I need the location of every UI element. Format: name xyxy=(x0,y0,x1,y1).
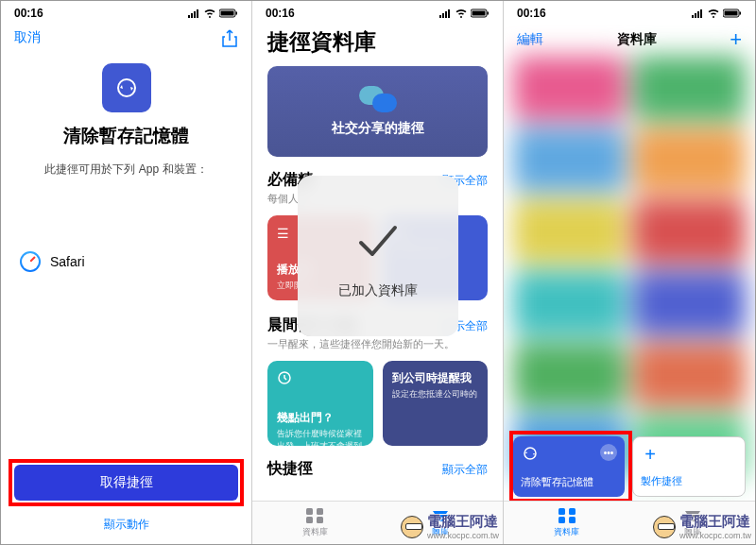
banner-text: 社交分享的捷徑 xyxy=(332,120,424,137)
shortcut-card-blurred xyxy=(633,343,746,407)
section-title: 快捷徑 xyxy=(267,459,313,479)
svg-rect-18 xyxy=(558,517,565,523)
svg-rect-14 xyxy=(740,12,742,15)
tab-library[interactable]: 資料庫 xyxy=(504,502,629,544)
section-subtitle: 一早醒來，這些捷徑伴您開始新的一天。 xyxy=(267,337,488,351)
page-title: 捷徑資料庫 xyxy=(252,24,503,66)
app-label: Safari xyxy=(50,254,85,269)
shortcut-grid-blurred xyxy=(504,52,755,421)
svg-rect-11 xyxy=(317,517,323,523)
shortcut-card-blurred xyxy=(513,199,626,264)
create-shortcut-card[interactable]: + 製作捷徑 xyxy=(632,436,746,497)
svg-rect-13 xyxy=(725,11,738,16)
svg-rect-1 xyxy=(221,11,234,16)
svg-rect-6 xyxy=(488,12,490,15)
shortcut-card-blurred xyxy=(513,56,626,120)
svg-rect-9 xyxy=(317,508,323,515)
section-quick: 快捷徑 顯示全部 xyxy=(252,459,503,479)
svg-rect-2 xyxy=(236,12,238,15)
watermark-face-icon xyxy=(401,516,423,538)
status-icons xyxy=(438,9,490,18)
app-item-safari: Safari xyxy=(1,244,251,280)
checkmark-icon xyxy=(350,213,406,269)
add-button[interactable]: + xyxy=(730,27,742,52)
svg-rect-16 xyxy=(558,508,565,515)
list-icon: ☰ xyxy=(277,226,289,241)
shortcut-card-blurred xyxy=(633,56,746,120)
status-icons xyxy=(187,9,238,18)
cancel-button[interactable]: 取消 xyxy=(14,29,41,48)
watermark: 電腦王阿達www.kocpc.com.tw xyxy=(401,513,499,540)
shortcut-card-blurred xyxy=(513,271,626,335)
svg-rect-17 xyxy=(569,508,576,515)
highlight-annotation xyxy=(9,459,244,506)
watermark: 電腦王阿達www.kocpc.com.tw xyxy=(653,513,751,540)
status-bar: 00:16 xyxy=(504,1,755,24)
status-time: 00:16 xyxy=(517,7,546,20)
show-all-link[interactable]: 顯示全部 xyxy=(442,462,488,478)
card-subtitle: 設定在您抵達公司時的 xyxy=(392,388,479,400)
card-title: 到公司時提醒我 xyxy=(392,370,479,386)
nav-bar: 編輯 資料庫 + xyxy=(504,24,755,56)
status-icons xyxy=(691,9,742,18)
shortcut-card-blurred xyxy=(513,343,626,407)
toast-added: 已加入資料庫 xyxy=(298,176,458,336)
show-actions-link[interactable]: 顯示動作 xyxy=(1,517,251,533)
status-time: 00:16 xyxy=(266,7,295,20)
shortcut-card[interactable]: 到公司時提醒我 設定在您抵達公司時的 xyxy=(383,361,489,446)
highlight-annotation xyxy=(509,431,632,502)
card-title: 製作捷徑 xyxy=(641,474,682,488)
card-subtitle: 告訴您什麼時候從家裡出發，上班才不會遲到 xyxy=(277,428,364,452)
tab-library[interactable]: 資料庫 xyxy=(252,502,378,544)
page-title: 資料庫 xyxy=(543,31,730,48)
tab-label: 資料庫 xyxy=(302,526,328,538)
plus-icon: + xyxy=(641,445,660,464)
shortcut-icon xyxy=(102,63,151,112)
status-time: 00:16 xyxy=(14,7,43,20)
screen-library: 00:16 編輯 資料庫 + ••• 清除暫存記憶體 + 製作捷徑 資料庫 xyxy=(504,1,755,544)
shortcut-card-blurred xyxy=(633,128,746,192)
svg-rect-8 xyxy=(306,508,313,515)
toast-text: 已加入資料庫 xyxy=(338,282,418,299)
edit-button[interactable]: 編輯 xyxy=(517,31,543,48)
safari-icon xyxy=(20,251,41,272)
svg-rect-10 xyxy=(306,517,313,523)
screen-shortcut-detail: 00:16 取消 清除暫存記憶體 此捷徑可用於下列 App 和裝置： Safar… xyxy=(1,1,252,544)
nav-bar: 取消 xyxy=(1,24,251,54)
shortcut-card-blurred xyxy=(633,199,746,264)
chat-bubble-icon xyxy=(359,86,397,112)
card-title: 幾點出門？ xyxy=(277,410,364,426)
svg-rect-19 xyxy=(569,517,576,523)
shortcut-title: 清除暫存記憶體 xyxy=(1,124,251,148)
shortcut-card[interactable]: 幾點出門？ 告訴您什麼時候從家裡出發，上班才不會遲到 xyxy=(267,361,373,446)
status-bar: 00:16 xyxy=(252,1,503,24)
status-bar: 00:16 xyxy=(1,1,251,24)
featured-banner[interactable]: 社交分享的捷徑 xyxy=(267,66,488,157)
tab-label: 資料庫 xyxy=(554,526,579,538)
screen-gallery: 00:16 捷徑資料庫 社交分享的捷徑 必備精 顯示全部 每個人的 ☰ 播放預 … xyxy=(252,1,504,544)
svg-rect-5 xyxy=(472,11,486,16)
clock-icon xyxy=(277,370,292,385)
shortcut-subtitle: 此捷徑可用於下列 App 和裝置： xyxy=(1,162,251,178)
shortcut-card-blurred xyxy=(513,128,626,192)
share-icon[interactable] xyxy=(221,29,238,48)
watermark-face-icon xyxy=(653,516,676,538)
shortcut-card-blurred xyxy=(633,271,746,335)
